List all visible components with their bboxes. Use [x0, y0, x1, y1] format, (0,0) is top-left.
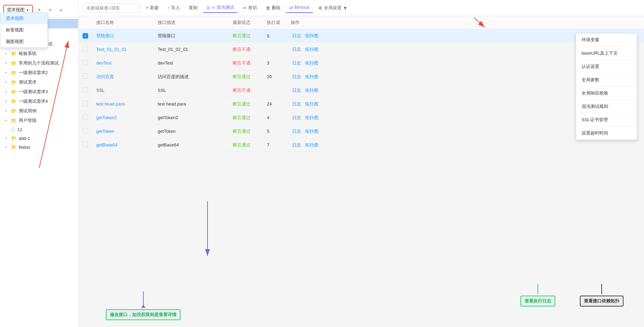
log-link[interactable]: 日志 [292, 33, 301, 38]
topology-link[interactable]: 拓扑图 [305, 101, 318, 106]
api-name-link[interactable]: test head para [96, 101, 125, 106]
api-name-link[interactable]: SSL [96, 88, 105, 93]
dropdown-item-tag[interactable]: 标签视图 [0, 24, 47, 36]
status-badge: 断言通过 [233, 115, 251, 120]
dropdown-item-global-params[interactable]: 全局参数 [576, 73, 637, 87]
dropdown-item-timeout[interactable]: 设置超时时间 [576, 127, 637, 140]
checkbox[interactable] [83, 114, 88, 120]
expand-icon[interactable]: + [3, 89, 9, 94]
checkbox[interactable] [83, 142, 88, 147]
log-link[interactable]: 日志 [292, 101, 301, 106]
delete-button[interactable]: 🗑 删除 [262, 3, 284, 13]
dropdown-item-global-response[interactable]: 全局响应校验 [576, 87, 637, 100]
log-link[interactable]: 日志 [292, 115, 301, 120]
topology-link[interactable]: 拓扑图 [305, 60, 318, 66]
expand-icon[interactable]: + [3, 61, 9, 66]
view-topology-annotation: 查看接口依赖拓扑 [580, 284, 624, 307]
dropdown-item-chaos-rules[interactable]: 混沌测试规则 [576, 100, 637, 113]
list-item[interactable]: + 📁 一级测试需求4 [0, 97, 78, 106]
cut-icon: ✂ [243, 5, 247, 11]
api-name-link[interactable]: 登陆接口 [96, 33, 114, 38]
sidebar-collapse-button[interactable]: « [57, 5, 66, 14]
checkbox[interactable] [83, 73, 88, 79]
topology-link[interactable]: 拓扑图 [305, 129, 318, 134]
expand-icon[interactable]: + [3, 109, 9, 113]
copy-button[interactable]: 复制 [185, 3, 201, 13]
mock-icon: ⇄ [289, 5, 293, 10]
api-list-table: 接口名称 接口描述 最新状态 执行成 操作 ✓ [78, 16, 644, 152]
tree-item-label: 检验系统 [19, 51, 37, 57]
log-link[interactable]: 日志 [292, 47, 301, 52]
import-button[interactable]: ↑ 导入 [164, 3, 183, 13]
checkbox[interactable] [83, 60, 88, 65]
list-item[interactable]: + 📁 ddd-1 [0, 134, 78, 143]
table-row: getToken2 getToken2 断言通过 4 日志 拓扑图 [78, 111, 644, 125]
folder-icon: 📁 [11, 80, 17, 85]
checkbox[interactable] [83, 46, 88, 52]
view-log-annotation: 查看执行日志 [520, 284, 555, 307]
api-name-link[interactable]: getBase64 [96, 142, 117, 147]
topology-link[interactable]: 拓扑图 [305, 115, 318, 120]
dropdown-item-env[interactable]: 环境变量 [576, 33, 637, 47]
cut-button[interactable]: ✂ 剪切 [240, 3, 260, 13]
expand-icon[interactable]: + [3, 145, 9, 150]
api-name-link[interactable]: getToken2 [96, 115, 117, 120]
expand-icon[interactable]: + [3, 80, 9, 85]
row-checkbox[interactable]: ✓ [78, 29, 92, 43]
list-item[interactable]: + 📁 filelist [0, 143, 78, 152]
log-link[interactable]: 日志 [292, 142, 301, 147]
expand-icon[interactable]: + [3, 70, 9, 75]
expand-icon[interactable]: + [3, 118, 9, 123]
chevron-down-icon: ▼ [343, 5, 347, 11]
new-button[interactable]: + 新建 [143, 3, 162, 13]
list-item[interactable]: + 📁 常用的几个流程测试 [0, 58, 78, 68]
topology-link[interactable]: 拓扑图 [305, 74, 318, 79]
log-link[interactable]: 日志 [292, 74, 301, 79]
expand-icon[interactable]: + [3, 136, 9, 141]
list-item[interactable]: + 📁 检验系统 [0, 49, 78, 58]
status-badge: 断言不通: [233, 47, 252, 52]
mock-button[interactable]: ⇄ 转mock [286, 3, 313, 13]
log-link[interactable]: 日志 [292, 88, 301, 93]
api-status-cell: 断言通过 [229, 29, 263, 43]
chevron-down-icon: ▼ [26, 8, 29, 12]
expand-icon[interactable]: + [3, 99, 9, 104]
list-item[interactable]: + 📁 一级测试需求3 [0, 87, 78, 97]
topology-link[interactable]: 拓扑图 [305, 88, 318, 93]
list-item[interactable]: 📄 11 [0, 125, 78, 134]
checkbox-checked[interactable]: ✓ [83, 33, 88, 39]
topology-link[interactable]: 拓扑图 [305, 33, 318, 38]
list-item[interactable]: + 📁 一级测试需求2 [0, 68, 78, 77]
tree-item-label: 常用的几个流程测试 [19, 60, 59, 66]
dropdown-item-ssl[interactable]: SSL证书管理 [576, 113, 637, 127]
chaos-test-button[interactable]: ◎ ⊙ 混沌测试 [203, 3, 238, 13]
checkbox[interactable] [83, 87, 88, 93]
api-name-link[interactable]: 访问百度 [96, 74, 114, 79]
list-item[interactable]: + 📁 测试用例 [0, 106, 78, 116]
api-name-link[interactable]: Test_01_01_01 [96, 47, 127, 52]
dropdown-item-baseurl[interactable]: baseURL及上下文 [576, 47, 637, 60]
api-ops-cell: 日志 拓扑图 [287, 138, 644, 152]
topology-link[interactable]: 拓扑图 [305, 47, 318, 52]
api-exec-cell: 3 [263, 56, 287, 70]
dropdown-item-auth[interactable]: 认证设置 [576, 60, 637, 73]
table-header-row: 接口名称 接口描述 最新状态 执行成 操作 [78, 16, 644, 29]
tree-item-label: 一级测试需求3 [19, 89, 48, 95]
list-item[interactable]: + 📁 测试需求 [0, 77, 78, 87]
expand-icon[interactable]: + [3, 51, 9, 56]
log-link[interactable]: 日志 [292, 60, 301, 66]
log-link[interactable]: 日志 [292, 129, 301, 134]
api-name-link[interactable]: getToken [96, 129, 114, 134]
api-name-link[interactable]: devTest [96, 60, 112, 66]
dropdown-item-demand[interactable]: 需求视图 [0, 13, 47, 24]
global-settings-button[interactable]: ⚙ 全局设置 ▼ [315, 3, 351, 13]
chaos-label: ⊙ 混沌测试 [212, 4, 234, 11]
list-item[interactable]: + 📁 用户登陆 [0, 116, 78, 125]
dropdown-item-mind[interactable]: 脑图视图 [0, 36, 47, 47]
search-input[interactable] [83, 3, 141, 13]
checkbox[interactable] [83, 101, 88, 106]
topology-link[interactable]: 拓扑图 [305, 142, 318, 147]
table-row: getToken getToken 断言通过 5 日志 拓扑图 [78, 125, 644, 138]
checkbox[interactable] [83, 128, 88, 133]
api-exec-cell: 5 [263, 125, 287, 138]
